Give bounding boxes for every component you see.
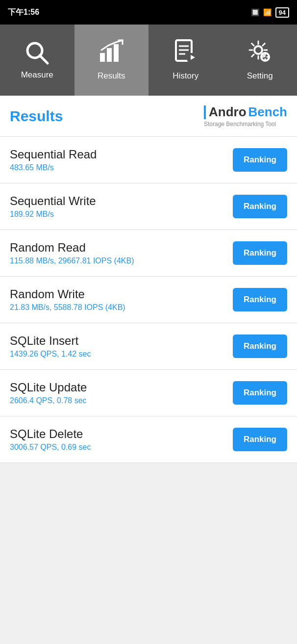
battery-x-icon: 🔲 <box>251 8 259 16</box>
result-row-sqlite-update: SQLite Update 2606.4 QPS, 0.78 sec Ranki… <box>0 370 297 416</box>
result-name-random-write: Random Write <box>10 287 233 301</box>
result-row-random-write: Random Write 21.83 MB/s, 5588.78 IOPS (4… <box>0 277 297 323</box>
history-icon <box>173 39 198 66</box>
results-header: Results AndroBench Storage Benchmarking … <box>0 96 297 137</box>
result-info-sequential-write: Sequential Write 189.92 MB/s <box>10 194 233 219</box>
result-name-sequential-read: Sequential Read <box>10 148 233 161</box>
ranking-btn-sequential-write[interactable]: Ranking <box>233 195 287 218</box>
wifi-icon: 📶 <box>263 8 272 16</box>
setting-icon <box>248 39 272 66</box>
results-list: Sequential Read 483.65 MB/s Ranking Sequ… <box>0 137 297 463</box>
tab-history[interactable]: History <box>148 25 223 96</box>
ranking-btn-random-read[interactable]: Ranking <box>233 241 287 265</box>
tab-setting-label: Setting <box>247 71 273 81</box>
result-info-random-read: Random Read 115.88 MB/s, 29667.81 IOPS (… <box>10 241 233 265</box>
result-info-sqlite-insert: SQLite Insert 1439.26 QPS, 1.42 sec <box>10 334 233 359</box>
result-name-sqlite-insert: SQLite Insert <box>10 334 233 348</box>
result-info-sequential-read: Sequential Read 483.65 MB/s <box>10 148 233 172</box>
nav-tabs: Measure Results History <box>0 25 297 96</box>
ranking-btn-sqlite-delete[interactable]: Ranking <box>233 428 287 451</box>
brand-subtitle: Storage Benchmarking Tool <box>204 121 276 128</box>
tab-setting[interactable]: Setting <box>223 25 297 96</box>
result-value-random-write: 21.83 MB/s, 5588.78 IOPS (4KB) <box>10 303 233 312</box>
result-value-sequential-write: 189.92 MB/s <box>10 210 233 219</box>
result-row-sqlite-delete: SQLite Delete 3006.57 QPS, 0.69 sec Rank… <box>0 416 297 463</box>
svg-rect-3 <box>107 48 112 62</box>
status-time: 下午1:56 <box>8 7 39 18</box>
result-value-sqlite-delete: 3006.57 QPS, 0.69 sec <box>10 443 233 452</box>
result-info-sqlite-update: SQLite Update 2606.4 QPS, 0.78 sec <box>10 381 233 405</box>
result-value-sqlite-insert: 1439.26 QPS, 1.42 sec <box>10 350 233 359</box>
status-bar: 下午1:56 🔲 📶 94 <box>0 0 297 25</box>
brand-andro: Andro <box>209 104 247 120</box>
result-row-sqlite-insert: SQLite Insert 1439.26 QPS, 1.42 sec Rank… <box>0 323 297 370</box>
brand-bench: Bench <box>248 104 287 120</box>
result-row-random-read: Random Read 115.88 MB/s, 29667.81 IOPS (… <box>0 230 297 277</box>
result-row-sequential-write: Sequential Write 189.92 MB/s Ranking <box>0 183 297 230</box>
result-name-sequential-write: Sequential Write <box>10 194 233 208</box>
battery-display: 94 <box>275 7 289 18</box>
empty-area <box>0 463 297 600</box>
result-value-sequential-read: 483.65 MB/s <box>10 163 233 172</box>
tab-results-label: Results <box>98 71 125 81</box>
result-info-sqlite-delete: SQLite Delete 3006.57 QPS, 0.69 sec <box>10 427 233 452</box>
result-name-random-read: Random Read <box>10 241 233 255</box>
svg-line-1 <box>40 55 48 63</box>
tab-results[interactable]: Results <box>74 25 149 96</box>
result-info-random-write: Random Write 21.83 MB/s, 5588.78 IOPS (4… <box>10 287 233 312</box>
result-value-random-read: 115.88 MB/s, 29667.81 IOPS (4KB) <box>10 257 233 265</box>
result-name-sqlite-update: SQLite Update <box>10 381 233 394</box>
battery-level: 94 <box>275 8 289 16</box>
ranking-btn-sequential-read[interactable]: Ranking <box>233 148 287 172</box>
ranking-btn-sqlite-insert[interactable]: Ranking <box>233 335 287 358</box>
results-icon <box>99 39 124 66</box>
page-title: Results <box>10 108 63 125</box>
brand-logo: AndroBench Storage Benchmarking Tool <box>204 104 287 128</box>
measure-icon <box>25 41 50 65</box>
status-icons: 🔲 📶 94 <box>251 8 289 16</box>
ranking-btn-random-write[interactable]: Ranking <box>233 288 287 311</box>
brand-name-container: AndroBench <box>204 104 287 120</box>
svg-point-11 <box>254 46 262 54</box>
result-value-sqlite-update: 2606.4 QPS, 0.78 sec <box>10 396 233 405</box>
result-name-sqlite-delete: SQLite Delete <box>10 427 233 441</box>
result-row-sequential-read: Sequential Read 483.65 MB/s Ranking <box>0 137 297 183</box>
svg-rect-4 <box>114 44 119 62</box>
ranking-btn-sqlite-update[interactable]: Ranking <box>233 381 287 405</box>
tab-measure[interactable]: Measure <box>0 25 74 96</box>
svg-rect-2 <box>100 53 105 62</box>
tab-measure-label: Measure <box>21 70 53 80</box>
tab-history-label: History <box>173 71 198 81</box>
brand-bar <box>204 105 206 119</box>
